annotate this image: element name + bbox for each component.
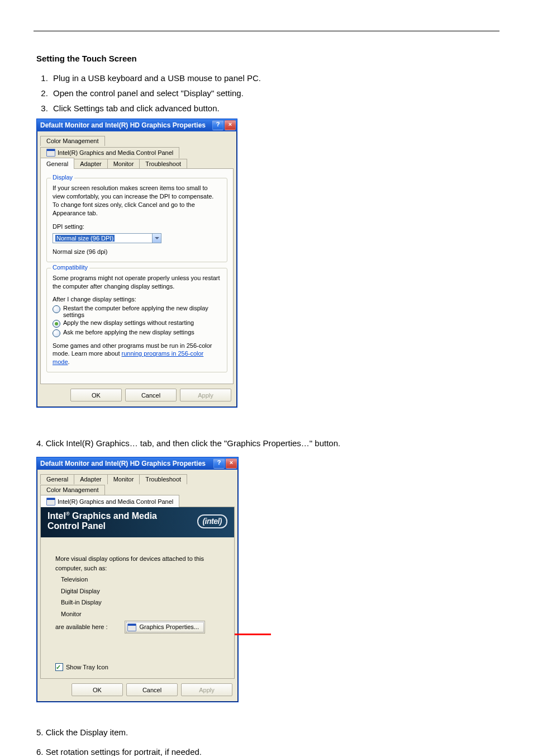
tab-intel-graphics[interactable]: Intel(R) Graphics and Media Control Pane… <box>40 495 179 507</box>
tab-label: Adapter <box>80 476 102 483</box>
checkbox-icon <box>55 663 63 671</box>
dpi-select[interactable]: Normal size (96 DPI) <box>53 233 161 243</box>
checkbox-label: Show Tray Icon <box>66 663 108 672</box>
tab-label: Intel(R) Graphics and Media Control Pane… <box>58 498 173 505</box>
tab-label: Monitor <box>113 160 134 167</box>
intel-word: Intel <box>47 512 66 521</box>
close-button[interactable]: × <box>225 120 236 130</box>
dpi-label: DPI setting: <box>53 223 221 231</box>
radio-icon <box>53 320 60 328</box>
tab-label: Adapter <box>80 160 102 167</box>
monitor-icon <box>46 498 55 505</box>
tab-label: Intel(R) Graphics and Media Control Pane… <box>58 149 173 156</box>
compatibility-legend: Compatibility <box>51 264 89 271</box>
tab-adapter[interactable]: Adapter <box>74 474 108 484</box>
step-5: 5. Click the Display item. <box>36 727 497 738</box>
section-header: Setting the Touch Screen <box>36 54 533 63</box>
show-tray-icon-checkbox[interactable]: Show Tray Icon <box>55 663 224 672</box>
radio-label: Restart the computer before applying the… <box>63 305 221 318</box>
tab-label: Monitor <box>113 476 134 483</box>
after-change-label: After I change display settings: <box>53 295 221 304</box>
steps-list: Plug in a USB keyboard and a USB mouse t… <box>0 73 533 113</box>
radio-label: Ask me before applying the new display s… <box>63 329 194 336</box>
dialog2-title: Default Monitor and Intel(R) HD Graphics… <box>40 460 206 467</box>
dialog1-titlebar[interactable]: Default Monitor and Intel(R) HD Graphics… <box>37 119 237 131</box>
compatibility-description: Some programs might not operate properly… <box>53 274 221 291</box>
radio-restart[interactable]: Restart the computer before applying the… <box>53 305 221 318</box>
tab-general[interactable]: General <box>40 474 74 484</box>
device-builtin-display: Built-in Display <box>61 598 224 607</box>
dialog-general-tab: Default Monitor and Intel(R) HD Graphics… <box>36 119 237 408</box>
step-2: Open the control panel and select "Displ… <box>50 88 533 98</box>
graphics-properties-button[interactable]: Graphics Properties... <box>125 621 205 634</box>
ok-button[interactable]: OK <box>70 389 122 401</box>
intel-banner-title: Intel® Graphics and Media Control Panel <box>47 512 157 531</box>
radio-ask[interactable]: Ask me before applying the new display s… <box>53 329 221 337</box>
apply-button[interactable]: Apply <box>180 389 231 401</box>
radio-icon <box>53 329 60 337</box>
tab-panel-general: Display If your screen resolution makes … <box>40 168 234 384</box>
ok-button[interactable]: OK <box>72 683 123 696</box>
intel-banner: Intel® Graphics and Media Control Panel … <box>41 507 234 537</box>
device-monitor: Monitor <box>61 609 224 619</box>
tab-troubleshoot[interactable]: Troubleshoot <box>139 159 187 169</box>
dialog1-title: Default Monitor and Intel(R) HD Graphics… <box>40 121 206 129</box>
dialog2-button-row: OK Cancel Apply <box>37 679 238 702</box>
device-digital-display: Digital Display <box>61 587 224 596</box>
tab-intel-graphics[interactable]: Intel(R) Graphics and Media Control Pane… <box>40 147 179 158</box>
monitor-icon <box>127 623 136 631</box>
available-here-label: are available here : <box>55 622 108 632</box>
close-button[interactable]: × <box>226 459 237 469</box>
dialog1-button-row: OK Cancel Apply <box>37 384 237 407</box>
dpi-select-value: Normal size (96 DPI) <box>55 235 115 242</box>
top-horizontal-rule <box>34 31 499 31</box>
radio-apply-no-restart[interactable]: Apply the new display settings without r… <box>53 319 221 328</box>
tab-color-management[interactable]: Color Management <box>40 485 105 495</box>
tab-adapter[interactable]: Adapter <box>74 159 108 169</box>
display-description: If your screen resolution makes screen i… <box>53 184 221 217</box>
banner-line1b: Graphics and Media <box>70 512 157 521</box>
tab-troubleshoot[interactable]: Troubleshoot <box>139 474 187 484</box>
tab-label: Color Management <box>46 138 99 144</box>
compatibility-groupbox: Compatibility Some programs might not op… <box>46 268 227 372</box>
dialog2-titlebar[interactable]: Default Monitor and Intel(R) HD Graphics… <box>37 457 238 470</box>
footer-text-b: . <box>68 358 70 365</box>
help-button[interactable]: ? <box>213 459 225 469</box>
chevron-down-icon[interactable] <box>152 234 161 243</box>
radio-label: Apply the new display settings without r… <box>63 319 194 326</box>
dpi-normal-text: Normal size (96 dpi) <box>53 248 221 256</box>
registered-mark: ® <box>66 511 70 517</box>
tab-label: Color Management <box>46 486 99 493</box>
apply-button[interactable]: Apply <box>181 683 232 696</box>
display-groupbox: Display If your screen resolution makes … <box>46 178 227 262</box>
tab-monitor[interactable]: Monitor <box>107 474 140 484</box>
banner-line2: Control Panel <box>47 521 106 531</box>
tab-label: Troubleshoot <box>145 476 181 483</box>
help-button[interactable]: ? <box>212 120 223 130</box>
intel-logo-text: intel <box>205 517 220 526</box>
monitor-icon <box>46 149 55 157</box>
tab-label: General <box>46 160 68 167</box>
dialog-intel-tab: Default Monitor and Intel(R) HD Graphics… <box>36 457 239 702</box>
radio-icon <box>53 305 60 313</box>
tab-monitor[interactable]: Monitor <box>107 159 140 169</box>
graphics-properties-label: Graphics Properties... <box>140 622 199 632</box>
device-television: Television <box>61 575 224 584</box>
step-3: Click Settings tab and click advanced bu… <box>50 103 533 113</box>
tab-color-management[interactable]: Color Management <box>40 136 105 146</box>
tab-label: General <box>46 476 68 483</box>
step-4: 4. Click Intel(R) Graphics… tab, and the… <box>36 438 497 449</box>
cancel-button[interactable]: Cancel <box>125 389 177 401</box>
intel-intro: More visual display options for devices … <box>55 554 224 573</box>
cancel-button[interactable]: Cancel <box>126 683 178 696</box>
step-6: 6. Set rotation settings for portrait, i… <box>36 746 497 756</box>
compatibility-footer: Some games and other programs must be ru… <box>53 342 221 367</box>
tab-general[interactable]: General <box>40 158 74 169</box>
intel-logo: (intel) <box>197 514 227 528</box>
step-1: Plug in a USB keyboard and a USB mouse t… <box>50 73 533 83</box>
display-legend: Display <box>51 174 74 181</box>
tab-panel-intel: Intel® Graphics and Media Control Panel … <box>40 507 235 679</box>
tab-label: Troubleshoot <box>145 160 181 167</box>
